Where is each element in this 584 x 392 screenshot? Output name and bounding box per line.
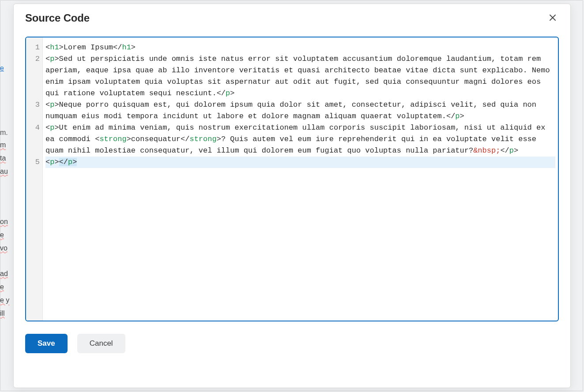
dialog-footer: Save Cancel	[14, 321, 570, 365]
line-number	[26, 65, 40, 76]
line-number	[26, 145, 40, 157]
line-number	[26, 76, 40, 88]
line-number	[26, 134, 40, 145]
line-number: 3	[26, 99, 40, 111]
code-editor[interactable]: 12345 <h1>Lorem Ipsum</h1><p>Sed ut pers…	[25, 37, 559, 321]
line-number-gutter: 12345	[26, 37, 43, 321]
cancel-button[interactable]: Cancel	[77, 334, 125, 353]
code-line: <p>Ut enim ad minima veniam, quis nostru…	[45, 122, 555, 157]
code-textarea[interactable]: <h1>Lorem Ipsum</h1><p>Sed ut perspiciat…	[43, 37, 558, 321]
line-number: 2	[26, 53, 40, 65]
line-number: 1	[26, 42, 40, 53]
code-line: <p>Sed ut perspiciatis unde omnis iste n…	[45, 53, 555, 99]
code-line: <h1>Lorem Ipsum</h1>	[45, 42, 555, 53]
line-number: 5	[26, 157, 40, 168]
line-number	[26, 111, 40, 122]
line-number: 4	[26, 122, 40, 134]
line-number	[26, 88, 40, 99]
dialog-title: Source Code	[25, 12, 90, 24]
dialog-header: Source Code	[14, 4, 570, 29]
close-button[interactable]	[546, 12, 559, 24]
code-line: <p>Neque porro quisquam est, qui dolorem…	[45, 99, 555, 122]
save-button[interactable]: Save	[25, 334, 68, 353]
code-line: <p></p>	[45, 157, 555, 168]
source-code-dialog: Source Code 12345 <h1>Lorem Ipsum</h1><p…	[13, 4, 571, 388]
close-icon	[549, 14, 556, 22]
